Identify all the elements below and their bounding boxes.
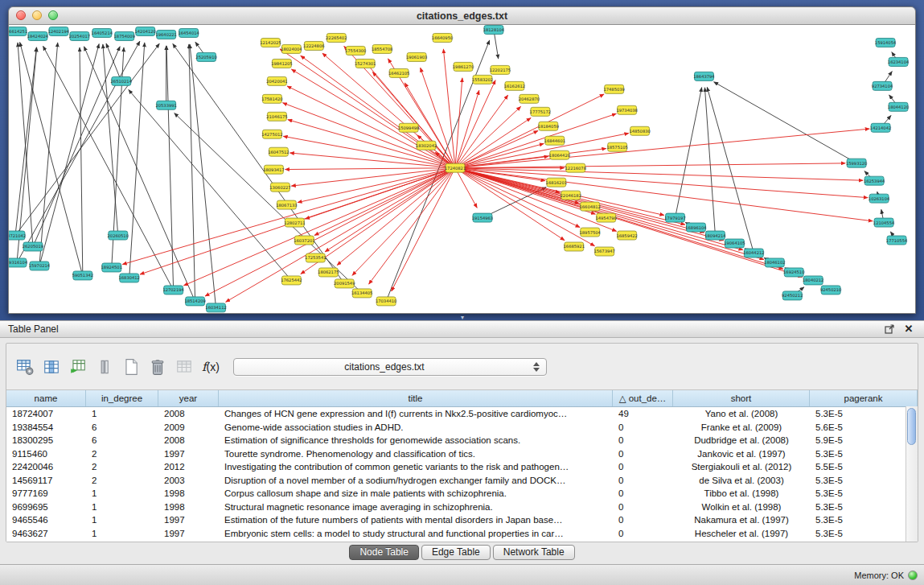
cell-in_degree[interactable]: 1 — [86, 501, 158, 514]
cell-short[interactable]: Wolkin et al. (1998) — [673, 501, 810, 514]
graph-node[interactable]: 19640221 — [155, 30, 176, 39]
table-row[interactable]: 946554611997Estimation of the future num… — [6, 513, 918, 527]
cell-short[interactable]: de Silva et al. (2003) — [673, 474, 810, 488]
cell-name[interactable]: 9777169 — [6, 487, 86, 501]
graph-node[interactable]: 20533991 — [155, 101, 176, 109]
window-titlebar[interactable]: citations_edges.txt — [9, 7, 915, 25]
graph-node[interactable]: 16047512 — [268, 147, 289, 156]
graph-node[interactable]: 12104554 — [873, 218, 895, 227]
cell-title[interactable]: Embryonic stem cells: a model to study s… — [219, 527, 613, 541]
graph-node[interactable]: 18064420 — [549, 150, 570, 159]
graph-node[interactable]: 19841205 — [271, 59, 292, 68]
scrollbar-thumb[interactable] — [907, 408, 916, 445]
cell-short[interactable]: Hescheler et al. (1997) — [673, 527, 810, 541]
cell-name[interactable]: 19384554 — [6, 421, 86, 435]
column-header-pagerank[interactable]: pagerank — [810, 390, 918, 406]
cell-out_degree[interactable]: 0 — [613, 527, 673, 541]
cell-short[interactable]: Dudbridge et al. (2008) — [673, 434, 810, 447]
cell-name[interactable]: 9115460 — [6, 447, 86, 461]
cell-short[interactable]: Nakamura et al. (1997) — [673, 513, 810, 527]
graph-node[interactable]: 18924501 — [101, 263, 122, 272]
cell-year[interactable]: 2008 — [158, 407, 219, 421]
cell-out_degree[interactable]: 0 — [613, 474, 673, 488]
minimize-window-button[interactable] — [32, 10, 42, 20]
graph-node[interactable]: 16037201 — [294, 236, 314, 245]
cell-out_degree[interactable]: 0 — [613, 421, 673, 435]
graph-node[interactable]: 26205019 — [23, 242, 43, 251]
graph-node[interactable]: 17775172 — [530, 107, 551, 116]
graph-node[interactable]: 25205910 — [195, 52, 216, 61]
cell-in_degree[interactable]: 1 — [86, 513, 158, 527]
cell-in_degree[interactable]: 6 — [86, 421, 158, 435]
graph-node[interactable]: 18554708 — [372, 44, 392, 53]
graph-node[interactable]: 21046175 — [266, 112, 287, 121]
graph-node[interactable]: 16454014 — [178, 28, 199, 37]
column-header-out_degree[interactable]: △ out_de… — [613, 390, 673, 406]
graph-node[interactable]: 18957504 — [580, 228, 602, 237]
cell-pagerank[interactable]: 5.3E-5 — [810, 513, 918, 527]
cell-out_degree[interactable]: 0 — [613, 501, 673, 514]
graph-node[interactable]: 13060227 — [269, 183, 290, 192]
graph-node[interactable]: 17581420 — [261, 94, 282, 103]
graph-node[interactable]: 12216078 — [565, 163, 586, 172]
graph-node[interactable]: 16604812 — [580, 202, 601, 211]
table-row[interactable]: 1830029562008Estimation of significance … — [6, 434, 918, 447]
table-row[interactable]: 946362711997Embryonic stem cells: a mode… — [6, 527, 918, 541]
graph-node[interactable]: 18575105 — [606, 142, 627, 151]
graph-node[interactable]: 18044120 — [888, 102, 909, 111]
import-table-button[interactable] — [68, 356, 88, 377]
graph-node[interactable]: 18046102 — [764, 258, 785, 267]
graph-node[interactable]: 15970214 — [29, 262, 51, 270]
cell-in_degree[interactable]: 1 — [86, 407, 158, 421]
graph-node[interactable]: 15914054 — [875, 38, 897, 47]
graph-node[interactable]: 19316104 — [9, 258, 28, 267]
cell-title[interactable]: Corpus callosum shape and size in male p… — [219, 487, 613, 501]
cell-out_degree[interactable]: 0 — [613, 460, 673, 474]
cell-out_degree[interactable]: 0 — [613, 513, 673, 527]
table-selector-dropdown[interactable]: citations_edges.txt — [233, 358, 547, 376]
graph-node[interactable]: 20260510 — [108, 231, 129, 240]
cell-year[interactable]: 1997 — [158, 527, 219, 541]
cell-short[interactable]: Tibbo et al. (1998) — [673, 487, 810, 501]
column-settings-button[interactable] — [41, 356, 62, 377]
graph-node[interactable]: 16830412 — [119, 274, 140, 282]
graph-node[interactable]: 16844601 — [544, 136, 565, 145]
cell-name[interactable]: 14569117 — [6, 474, 86, 488]
cell-short[interactable]: Jankovic et al. (1997) — [673, 447, 810, 461]
table-disabled-button[interactable] — [174, 356, 195, 377]
graph-node[interactable]: 17710554 — [886, 236, 908, 245]
tab-network-table[interactable]: Network Table — [493, 545, 575, 560]
graph-node[interactable]: 16685921 — [564, 242, 585, 251]
cell-title[interactable]: Estimation of the future numbers of pati… — [219, 513, 613, 527]
cell-title[interactable]: Changes of HCN gene expression and I(f) … — [219, 407, 613, 421]
graph-node[interactable]: 20420041 — [266, 76, 287, 85]
graph-node[interactable]: 15583202 — [472, 75, 493, 84]
cell-pagerank[interactable]: 5.9E-5 — [810, 434, 918, 447]
delete-button[interactable] — [147, 356, 168, 377]
cell-year[interactable]: 2003 — [158, 474, 219, 488]
graph-node[interactable]: 16234104 — [888, 57, 910, 66]
cell-pagerank[interactable]: 5.3E-5 — [810, 447, 918, 461]
table-row[interactable]: 969969511998Structural magnetic resonanc… — [6, 501, 918, 514]
cell-pagerank[interactable]: 5.3E-5 — [810, 501, 918, 514]
table-row[interactable]: 911546021997Tourette syndrome. Phenomeno… — [6, 447, 918, 461]
graph-node[interactable]: 16134405 — [351, 289, 372, 298]
graph-node[interactable]: 15274301 — [355, 59, 376, 68]
graph-node[interactable]: 14954790 — [595, 213, 616, 222]
cell-year[interactable]: 1997 — [158, 513, 219, 527]
cell-out_degree[interactable]: 49 — [613, 407, 673, 421]
cell-pagerank[interactable]: 5.3E-5 — [810, 407, 918, 421]
network-graph[interactable]: 1724082112142025180240041222480622265402… — [9, 25, 915, 314]
cell-in_degree[interactable]: 2 — [86, 474, 158, 488]
graph-node[interactable]: 16462105 — [388, 68, 409, 77]
table-row[interactable]: 2242004622012Investigating the contribut… — [6, 460, 918, 474]
graph-node[interactable]: 22265402 — [326, 33, 347, 42]
graph-node[interactable]: 14850830 — [629, 126, 650, 135]
cell-short[interactable]: Stergiakouli et al. (2012) — [673, 460, 810, 474]
graph-node[interactable]: 19061903 — [406, 52, 427, 61]
cell-pagerank[interactable]: 5.6E-5 — [810, 421, 918, 435]
cell-year[interactable]: 2009 — [158, 421, 219, 435]
tab-node-table[interactable]: Node Table — [349, 545, 419, 560]
graph-node[interactable]: 14204120 — [134, 27, 155, 35]
cell-pagerank[interactable]: 5.5E-5 — [810, 460, 918, 474]
